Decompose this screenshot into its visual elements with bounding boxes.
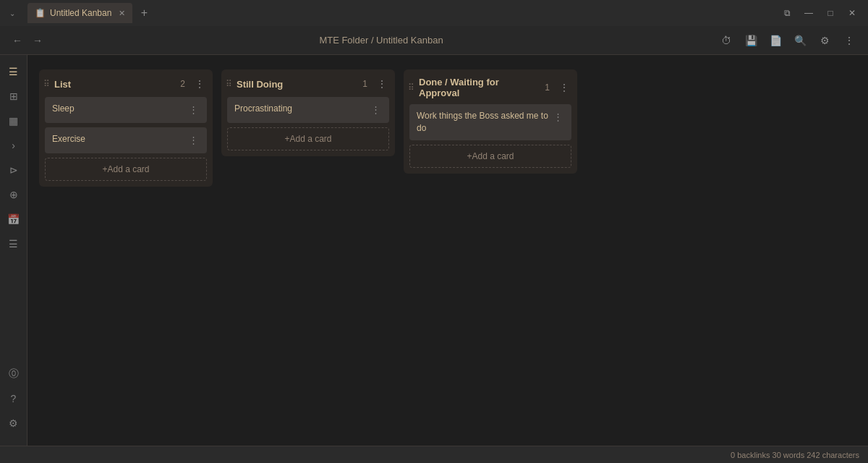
more-button[interactable]: ⋮	[839, 30, 859, 51]
status-bar: 0 backlinks 30 words 242 characters	[0, 446, 868, 463]
kanban-column-list: ⠿ List 2 ⋮ Sleep ⋮ Exercise ⋮ +Add a car…	[39, 69, 213, 187]
sidebar-toggle-icon[interactable]: ☰	[3, 61, 25, 82]
chevron-area: ⌄	[6, 7, 19, 20]
sidebar-grid-icon[interactable]: ▦	[3, 110, 25, 132]
column-title-list: List	[54, 79, 176, 90]
chevron-down-button[interactable]: ⌄	[6, 7, 19, 20]
column-header-done-waiting: ⠿ Done / Waiting for Approval 1 ⋮	[404, 69, 577, 104]
column-count-list: 2	[180, 79, 185, 89]
column-header-list: ⠿ List 2 ⋮	[39, 69, 213, 97]
column-cards-still-doing: Procrastinating ⋮	[221, 97, 395, 123]
nav-buttons: ← →	[9, 32, 46, 49]
sidebar-users-icon[interactable]: ⊕	[3, 184, 25, 205]
sidebar-tag-icon[interactable]: ⊳	[3, 159, 25, 181]
add-card-button-still-doing[interactable]: +Add a card	[227, 127, 389, 150]
settings-button[interactable]: ⚙	[814, 30, 835, 51]
card[interactable]: Work things the Boss asked me to do ⋮	[409, 104, 571, 140]
save-button[interactable]: 💾	[741, 30, 761, 51]
forward-button[interactable]: →	[29, 32, 46, 49]
drag-handle-list[interactable]: ⠿	[43, 79, 50, 89]
win-maximize-button[interactable]: □	[820, 5, 841, 21]
sidebar-gear-icon[interactable]: ⚙	[3, 412, 25, 434]
column-header-still-doing: ⠿ Still Doing 1 ⋮	[221, 69, 395, 97]
column-menu-button-still-doing[interactable]: ⋮	[375, 77, 389, 91]
toolbar-actions: ⏱ 💾 📄 🔍 ⚙ ⋮	[716, 30, 859, 51]
column-menu-button-done-waiting[interactable]: ⋮	[557, 80, 571, 95]
card-text: Procrastinating	[234, 103, 369, 115]
column-count-done-waiting: 1	[545, 82, 550, 93]
card-text: Sleep	[52, 103, 187, 115]
card[interactable]: Sleep ⋮	[45, 97, 207, 123]
card-menu-button[interactable]: ⋮	[187, 133, 200, 146]
new-tab-button[interactable]: +	[135, 4, 153, 22]
sidebar-help-icon[interactable]: ?	[3, 388, 25, 409]
kanban-column-still-doing: ⠿ Still Doing 1 ⋮ Procrastinating ⋮ +Add…	[221, 69, 395, 156]
card-menu-button[interactable]: ⋮	[551, 110, 564, 123]
tab-kanban-icon: 📋	[35, 8, 46, 18]
sidebar-calendar-icon[interactable]: 📅	[3, 208, 25, 230]
sidebar-list-icon[interactable]: ☰	[3, 233, 25, 255]
toolbar: ← → MTE Folder / Untitled Kanban ⏱ 💾 📄 🔍…	[0, 26, 868, 55]
card[interactable]: Procrastinating ⋮	[227, 97, 389, 123]
column-title-done-waiting: Done / Waiting for Approval	[419, 77, 540, 98]
window-controls: ⧉ — □ ✕	[777, 5, 862, 21]
breadcrumb: MTE Folder / Untitled Kanban	[46, 35, 716, 46]
column-menu-button-list[interactable]: ⋮	[192, 77, 207, 91]
tab-area: ⌄ 📋 Untitled Kanban ✕ +	[6, 3, 777, 23]
card[interactable]: Exercise ⋮	[45, 127, 207, 153]
tab-close-button[interactable]: ✕	[119, 9, 125, 18]
sidebar: ☰ ⊞ ▦ › ⊳ ⊕ 📅 ☰ ⓪ ? ⚙	[0, 55, 27, 446]
kanban-column-done-waiting: ⠿ Done / Waiting for Approval 1 ⋮ Work t…	[404, 69, 577, 174]
card-menu-button[interactable]: ⋮	[369, 103, 382, 116]
column-cards-done-waiting: Work things the Boss asked me to do ⋮	[404, 104, 577, 140]
card-text: Work things the Boss asked me to do	[417, 110, 551, 135]
sidebar-home-icon[interactable]: ⊞	[3, 85, 25, 107]
column-title-still-doing: Still Doing	[237, 79, 358, 90]
sidebar-bottom: ⓪ ? ⚙	[3, 363, 25, 440]
tab-title-label: Untitled Kanban	[50, 8, 111, 18]
file-button[interactable]: 📄	[765, 30, 786, 51]
win-close-button[interactable]: ✕	[842, 5, 862, 21]
win-minimize-button[interactable]: —	[799, 5, 819, 21]
sidebar-arrow-icon[interactable]: ›	[3, 135, 25, 156]
status-text: 0 backlinks 30 words 242 characters	[731, 451, 859, 459]
title-bar: ⌄ 📋 Untitled Kanban ✕ + ⧉ — □ ✕	[0, 0, 868, 26]
search-button[interactable]: 🔍	[790, 30, 810, 51]
card-menu-button[interactable]: ⋮	[187, 103, 200, 116]
column-cards-list: Sleep ⋮ Exercise ⋮	[39, 97, 213, 153]
sidebar-badge-icon[interactable]: ⓪	[3, 363, 25, 385]
kanban-board: ⠿ List 2 ⋮ Sleep ⋮ Exercise ⋮ +Add a car…	[27, 55, 868, 446]
win-layout-button[interactable]: ⧉	[777, 5, 797, 21]
column-count-still-doing: 1	[362, 79, 367, 89]
add-card-button-done-waiting[interactable]: +Add a card	[409, 145, 571, 168]
clock-button[interactable]: ⏱	[716, 30, 736, 51]
back-button[interactable]: ←	[9, 32, 26, 49]
card-text: Exercise	[52, 133, 187, 145]
add-card-button-list[interactable]: +Add a card	[45, 158, 207, 181]
drag-handle-done-waiting[interactable]: ⠿	[408, 82, 414, 93]
drag-handle-still-doing[interactable]: ⠿	[226, 79, 232, 89]
main-area: ☰ ⊞ ▦ › ⊳ ⊕ 📅 ☰ ⓪ ? ⚙ ⠿ List 2 ⋮ Sleep ⋮…	[0, 55, 868, 446]
kanban-tab[interactable]: 📋 Untitled Kanban ✕	[27, 3, 132, 23]
